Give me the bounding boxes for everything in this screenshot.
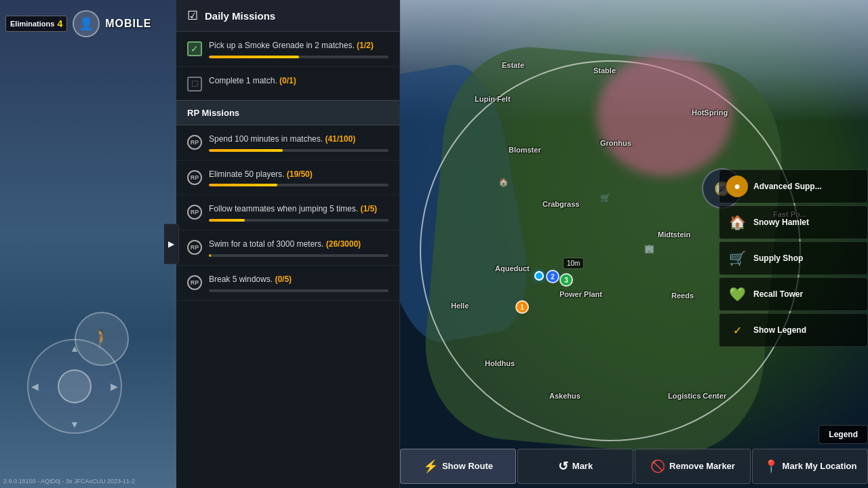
mission-content: Break 5 windows. (0/5) <box>209 274 389 292</box>
mission-progress: (1/5) <box>360 204 377 214</box>
missions-panel: ☑ Daily Missions ✓ Pick up a Smoke Grena… <box>176 0 400 488</box>
right-panel: ● Advanced Supp... 🏠 Snowy Hamlet 🛒 Supp… <box>719 169 868 349</box>
mission-text: Complete 1 match. (0/1) <box>209 75 389 87</box>
map-icon-midtstein: 🏢 <box>644 244 654 253</box>
map-icon-gronhus: 🛒 <box>600 193 610 203</box>
mission-content: Follow teammates when jumping 5 times. (… <box>209 203 389 222</box>
snowy-hamlet-label: Snowy Hamlet <box>753 218 809 227</box>
player-position-dot <box>534 271 544 281</box>
mission-progress-fill <box>209 219 245 222</box>
xmark-icon: ☐ <box>191 79 199 89</box>
eliminations-count: 4 <box>57 18 62 29</box>
player-avatar-icon: 👤 <box>79 16 94 31</box>
joystick-left[interactable]: ▲ ▼ ◀ ▶ <box>27 339 122 434</box>
mission-progress-fill <box>209 149 283 152</box>
mission-content: Pick up a Smoke Grenade in 2 matches. (1… <box>209 40 389 58</box>
snowy-hamlet-item[interactable]: 🏠 Snowy Hamlet <box>719 205 868 239</box>
mission-progress-fill <box>209 184 277 186</box>
recall-tower-label: Recall Tower <box>753 289 803 299</box>
mission-text: Follow teammates when jumping 5 times. (… <box>209 203 389 215</box>
arrow-up-icon: ▲ <box>70 343 79 354</box>
map-icon-blomster: 🏠 <box>498 178 509 187</box>
mission-text: Break 5 windows. (0/5) <box>209 274 389 285</box>
check-circle-icon: ✓ <box>733 324 742 337</box>
advanced-supply-label: Advanced Supp... <box>753 182 822 191</box>
mission-text: Eliminate 50 players. (19/50) <box>209 169 389 180</box>
rp-icon: RP <box>187 135 202 150</box>
mission-progress-bar <box>209 149 389 152</box>
version-info: 2.9.0.18150 - AQtD0j - 3x JFCAvCUU 2023-… <box>3 478 135 485</box>
mark-button[interactable]: ↺ Mark <box>517 449 633 484</box>
game-logo: MOBILE <box>105 18 151 30</box>
mission-progress-bar <box>209 254 389 257</box>
list-item: ✓ Pick up a Smoke Grenade in 2 matches. … <box>176 32 399 67</box>
list-item: RP Swim for a total of 3000 meters. (26/… <box>176 230 399 266</box>
mission-checkbox-daily-1: ✓ <box>187 41 202 56</box>
list-item: RP Follow teammates when jumping 5 times… <box>176 195 399 230</box>
mission-progress: (19/50) <box>287 169 313 179</box>
mark-icon: ↺ <box>558 459 568 474</box>
arrow-right-icon: ▶ <box>111 381 118 392</box>
list-item: RP Eliminate 50 players. (19/50) <box>176 161 399 196</box>
player-avatar: 👤 <box>73 10 100 37</box>
show-legend-icon: ✓ <box>726 319 748 341</box>
missions-icon: ☑ <box>187 8 198 23</box>
joystick-ring[interactable]: ▲ ▼ ◀ ▶ <box>27 339 122 434</box>
marker-orange: 1 <box>515 300 529 314</box>
mission-content: Complete 1 match. (0/1) <box>209 75 389 91</box>
arrow-down-icon: ▼ <box>70 419 79 430</box>
heart-icon: 💚 <box>729 286 746 302</box>
show-legend-item[interactable]: ✓ Show Legend <box>719 313 868 347</box>
mark-location-button[interactable]: 📍 Mark My Location <box>752 449 868 484</box>
check-icon: ✓ <box>191 43 199 54</box>
arrow-left-icon: ◀ <box>31 381 39 392</box>
mission-progress-bar <box>209 184 389 186</box>
marker-green: 3 <box>559 273 573 287</box>
legend-container: Legend <box>818 425 868 444</box>
marker-blue: 2 <box>546 270 559 283</box>
mission-content: Eliminate 50 players. (19/50) <box>209 169 389 187</box>
advanced-supply-icon: ● <box>726 176 748 197</box>
rp-icon: RP <box>187 205 202 220</box>
rp-icon: RP <box>187 240 202 255</box>
missions-header: ☑ Daily Missions <box>176 0 399 32</box>
show-legend-label: Show Legend <box>753 325 806 335</box>
mission-progress-fill <box>209 56 299 58</box>
list-item: ☐ Complete 1 match. (0/1) <box>176 67 399 100</box>
distance-indicator: 10m <box>563 258 584 269</box>
mission-text: Pick up a Smoke Grenade in 2 matches. (1… <box>209 40 389 52</box>
remove-marker-icon: 🚫 <box>650 459 665 474</box>
mission-text: Swim for a total of 3000 meters. (26/300… <box>209 239 389 250</box>
mission-text: Spend 100 minutes in matches. (41/100) <box>209 134 389 145</box>
mission-progress-fill <box>209 254 211 257</box>
house-icon: 🏠 <box>729 214 746 230</box>
snowy-hamlet-icon: 🏠 <box>726 211 748 233</box>
supply-shop-label: Supply Shop <box>753 253 803 263</box>
mark-location-icon: 📍 <box>764 459 778 474</box>
recall-tower-item[interactable]: 💚 Recall Tower <box>719 277 868 311</box>
bottom-bar: ⚡ Show Route ↺ Mark 🚫 Remove Marker 📍 Ma… <box>400 444 868 488</box>
show-route-label: Show Route <box>442 461 493 471</box>
list-item: RP Break 5 windows. (0/5) <box>176 266 399 301</box>
supply-dot-icon: ● <box>734 180 741 192</box>
supply-shop-item[interactable]: 🛒 Supply Shop <box>719 241 868 275</box>
remove-marker-button[interactable]: 🚫 Remove Marker <box>635 449 751 484</box>
collapse-panel-button[interactable]: ▶ <box>164 224 179 264</box>
missions-title: Daily Missions <box>205 10 275 22</box>
mission-progress: (0/1) <box>279 76 296 85</box>
mark-label: Mark <box>572 461 593 471</box>
mission-progress-bar <box>209 219 389 222</box>
mission-content: Spend 100 minutes in matches. (41/100) <box>209 134 389 152</box>
recall-tower-icon: 💚 <box>726 283 748 305</box>
mission-progress: (0/5) <box>275 274 292 284</box>
advanced-supply-item[interactable]: ● Advanced Supp... <box>719 169 868 203</box>
mission-progress: (26/3000) <box>326 239 361 249</box>
joystick-center[interactable] <box>58 369 92 403</box>
mark-location-label: Mark My Location <box>783 461 857 471</box>
show-route-button[interactable]: ⚡ Show Route <box>400 449 516 484</box>
mission-content: Swim for a total of 3000 meters. (26/300… <box>209 239 389 257</box>
mission-progress: (41/100) <box>325 134 355 144</box>
mission-progress: (1/2) <box>357 41 374 50</box>
supply-shop-icon: 🛒 <box>726 247 748 269</box>
legend-button[interactable]: Legend <box>818 425 868 444</box>
